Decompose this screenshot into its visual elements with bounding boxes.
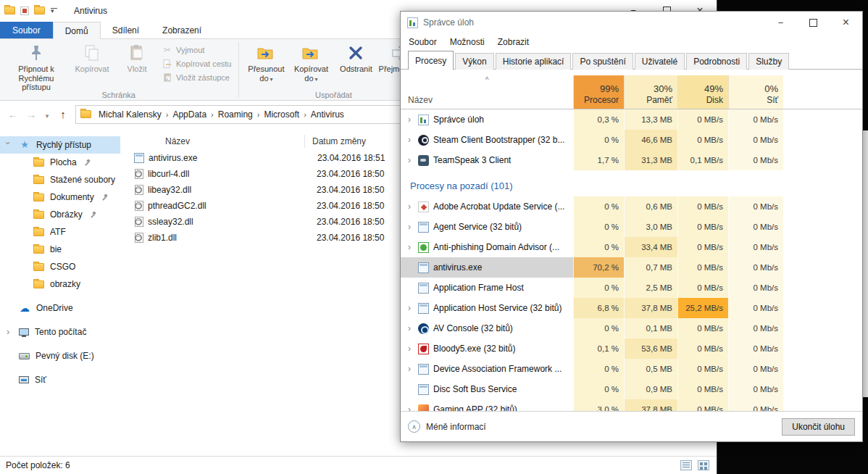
sidebar-item-pevny-disk-e[interactable]: Pevný disk (E:) bbox=[0, 347, 120, 365]
sidebar-item-obrazky[interactable]: obrazky bbox=[0, 275, 120, 293]
column-header-date-modified[interactable]: Datum změny bbox=[305, 135, 406, 148]
qat-customize-caret-icon[interactable] bbox=[50, 7, 59, 15]
cut-label: Vyjmout bbox=[176, 46, 204, 54]
sidebar-item-plocha[interactable]: Plocha bbox=[0, 154, 120, 171]
delete-button[interactable]: Odstranit bbox=[333, 41, 378, 76]
recent-locations-caret-icon[interactable] bbox=[43, 108, 51, 120]
chevron-right-icon[interactable] bbox=[7, 326, 9, 337]
ribbon-tab-soubor[interactable]: Soubor bbox=[0, 22, 53, 38]
pin-icon bbox=[84, 159, 91, 166]
sidebar-item-sit[interactable]: Síť bbox=[0, 371, 120, 388]
process-row-adobe-acrobat-update-service[interactable]: Adobe Acrobat Update Service (...0 %0,6 … bbox=[401, 196, 862, 217]
ribbon-group-clipboard: Připnout k Rychlému přístupu Kopírovat V… bbox=[0, 39, 237, 100]
process-row-disc-soft-bus-service[interactable]: Disc Soft Bus Service0 %0,9 MB0 MB/s0 Mb… bbox=[401, 379, 862, 399]
sidebar-item-dokumenty[interactable]: Dokumenty bbox=[0, 188, 120, 206]
up-button[interactable] bbox=[57, 108, 69, 120]
taskmgr-menubar: SouborMožnostiZobrazit bbox=[401, 33, 862, 50]
star-icon bbox=[19, 139, 30, 151]
forward-button[interactable] bbox=[25, 108, 37, 120]
process-name: Agent Service (32 bitů) bbox=[433, 222, 522, 232]
breadcrumb-item-michal-kalensky[interactable]: Michal Kalensky bbox=[94, 107, 166, 122]
tab-po-spusteni[interactable]: Po spuštění bbox=[572, 53, 633, 70]
network-value: 0 Mb/s bbox=[728, 338, 783, 359]
sidebar-item-tento-pocitac[interactable]: Tento počítač bbox=[0, 323, 120, 341]
copy-path-button[interactable]: Kopírovat cestu bbox=[162, 59, 231, 69]
process-row-spravce-uloh[interactable]: Správce úloh0,3 %13,3 MB0 MB/s0 Mb/s bbox=[401, 109, 862, 130]
memory-value: 0,6 MB bbox=[624, 196, 677, 217]
copy-to-button[interactable]: Kopírovat do bbox=[288, 41, 333, 85]
menu-zobrazit[interactable]: Zobrazit bbox=[491, 37, 535, 47]
ribbon-tab-sdileni[interactable]: Sdílení bbox=[101, 22, 151, 38]
memory-value: 3,0 MB bbox=[624, 217, 677, 237]
breadcrumb-item-appdata[interactable]: AppData bbox=[168, 107, 211, 122]
cpu-value: 0,1 % bbox=[573, 338, 624, 359]
sidebar-item-stazene-soubory[interactable]: Stažené soubory bbox=[0, 171, 120, 188]
network-value: 0 Mb/s bbox=[728, 217, 783, 237]
minimize-button[interactable] bbox=[764, 12, 797, 33]
sidebar-item-bie[interactable]: bie bbox=[0, 241, 120, 258]
process-row-anti-phishing-domain-advisor[interactable]: Anti-phishing Domain Advisor (...0 %33,4… bbox=[401, 237, 862, 257]
pin-icon bbox=[90, 211, 97, 218]
move-to-button[interactable]: Přesunout do bbox=[243, 41, 288, 85]
tab-vykon[interactable]: Výkon bbox=[455, 53, 493, 70]
column-header-memory[interactable]: 30% Paměť bbox=[624, 75, 677, 109]
process-row-device-association-framework[interactable]: Device Association Framework ...0 %0,5 M… bbox=[401, 359, 862, 379]
tab-podrobnosti[interactable]: Podrobnosti bbox=[686, 53, 747, 70]
thumbnails-view-button[interactable] bbox=[698, 460, 709, 470]
breadcrumb-item-roaming[interactable]: Roaming bbox=[214, 107, 257, 122]
sidebar-item-atf[interactable]: ATF bbox=[0, 223, 120, 241]
ribbon-tab-domu[interactable]: Domů bbox=[53, 22, 101, 39]
properties-icon[interactable] bbox=[20, 7, 29, 15]
pin-to-quick-access-button[interactable]: Připnout k Rychlému přístupu bbox=[3, 41, 70, 94]
process-row-steam-client-bootstrapper-32-b[interactable]: Steam Client Bootstrapper (32 b...0 %46,… bbox=[401, 130, 862, 150]
new-folder-icon[interactable] bbox=[34, 7, 45, 14]
process-row-bloody5-exe-32-bitu[interactable]: Bloody5.exe (32 bitů)0,1 %53,6 MB0 MB/s0… bbox=[401, 338, 862, 359]
copy-path-label: Kopírovat cestu bbox=[176, 59, 231, 68]
sidebar-item-csgo[interactable]: CSGO bbox=[0, 258, 120, 275]
process-row-av-console-32-bitu[interactable]: AV Console (32 bitů)0 %0,1 MB0 MB/s0 Mb/… bbox=[401, 318, 862, 338]
maximize-button[interactable] bbox=[797, 12, 830, 33]
column-header-name[interactable]: Název bbox=[401, 75, 573, 109]
breadcrumb-item-microsoft[interactable]: Microsoft bbox=[259, 107, 304, 122]
column-header-name[interactable]: Název bbox=[120, 135, 305, 148]
ribbon-tab-zobrazeni[interactable]: Zobrazení bbox=[151, 22, 213, 38]
process-row-application-frame-host[interactable]: Application Frame Host0 %2,5 MB0 MB/s0 M… bbox=[401, 278, 862, 298]
ribbon-group-organize-label: Uspořádat bbox=[241, 91, 426, 99]
close-button[interactable] bbox=[830, 12, 862, 33]
column-header-network[interactable]: 0% Síť bbox=[728, 75, 783, 109]
less-info-toggle[interactable]: Méně informací bbox=[408, 420, 486, 433]
tab-historie-aplikaci[interactable]: Historie aplikací bbox=[496, 53, 572, 70]
menu-soubor[interactable]: Soubor bbox=[402, 37, 443, 47]
process-row-teamspeak-3-client[interactable]: TeamSpeak 3 Client1,7 %31,3 MB0,1 MB/s0 … bbox=[401, 150, 862, 170]
end-task-button[interactable]: Ukončit úlohu bbox=[782, 418, 855, 436]
chevron-down-icon[interactable] bbox=[7, 138, 9, 149]
process-row-antivirus-exe[interactable]: antivirus.exe70,2 %0,7 MB0 MB/s0 Mb/s bbox=[401, 257, 862, 278]
tab-procesy[interactable]: Procesy bbox=[408, 51, 454, 70]
paste-shortcut-button[interactable]: Vložit zástupce bbox=[162, 72, 231, 83]
cpu-total-percent: 99% bbox=[600, 83, 619, 94]
process-row-gaming-app-32-bitu[interactable]: Gaming APP (32 bitů)3,0 %37,8 MB0 MB/s0 … bbox=[401, 399, 862, 411]
cut-button[interactable]: Vyjmout bbox=[162, 45, 231, 55]
process-row-agent-service-32-bitu[interactable]: Agent Service (32 bitů)0 %3,0 MB0 MB/s0 … bbox=[401, 217, 862, 237]
breadcrumb-item-antivirus[interactable]: Antivirus bbox=[306, 107, 349, 122]
column-header-disk[interactable]: 49% Disk bbox=[677, 75, 728, 109]
sidebar-item-onedrive[interactable]: OneDrive bbox=[0, 299, 120, 317]
column-header-cpu[interactable]: 99% Procesor bbox=[573, 75, 624, 109]
process-group-header[interactable]: Procesy na pozadí (101) bbox=[401, 170, 862, 196]
generic-icon bbox=[418, 364, 429, 375]
details-view-button[interactable] bbox=[680, 460, 692, 470]
view-toggles bbox=[680, 460, 709, 470]
row-filler bbox=[783, 298, 862, 318]
copy-label: Kopírovat bbox=[75, 65, 109, 74]
sidebar-item-label: Plocha bbox=[50, 157, 77, 167]
back-button[interactable] bbox=[7, 108, 19, 120]
tab-sluzby[interactable]: Služby bbox=[748, 53, 789, 70]
copy-button[interactable]: Kopírovat bbox=[70, 41, 114, 76]
network-value: 0 Mb/s bbox=[728, 109, 783, 130]
sidebar-item-obrazky[interactable]: Obrázky bbox=[0, 206, 120, 223]
menu-moznosti[interactable]: Možnosti bbox=[443, 37, 491, 47]
paste-button[interactable]: Vložit bbox=[114, 41, 159, 76]
sidebar-item-rychly-pristup[interactable]: Rychlý přístup bbox=[0, 136, 120, 154]
tab-uzivatele[interactable]: Uživatelé bbox=[635, 53, 685, 70]
process-row-application-host-service-32-bitu[interactable]: Application Host Service (32 bitů)6,8 %3… bbox=[401, 298, 862, 318]
